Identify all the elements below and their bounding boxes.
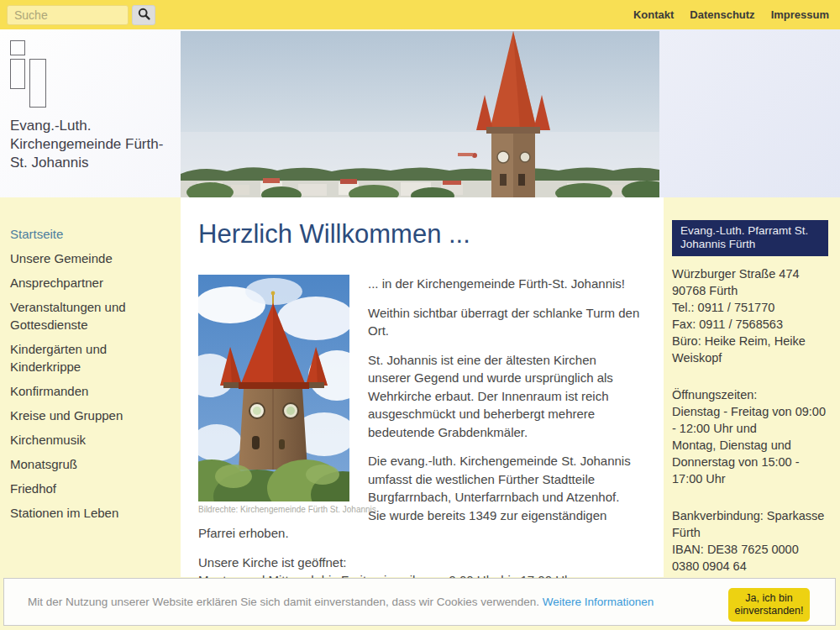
magnifier-icon — [138, 8, 150, 23]
sidebar-nav: Startseite Unsere Gemeinde Ansprechpartn… — [10, 225, 175, 528]
topbar-link-kontakt[interactable]: Kontakt — [633, 8, 674, 21]
cookie-banner: Mit der Nutzung unserer Website erklären… — [3, 578, 836, 626]
header-band: Evang.-Luth. Kirchengemeinde Fürth-St. J… — [0, 29, 840, 197]
nav-item-veranstaltungen[interactable]: Veranstaltungen und Gottesdienste — [10, 298, 175, 333]
cookie-accept-button[interactable]: Ja, ich bin einverstanden! — [728, 588, 810, 622]
cookie-message-text: Mit der Nutzung unserer Website erklären… — [28, 596, 539, 608]
aside-header: Evang.-Luth. Pfarramt St. Johannis Fürth — [672, 220, 828, 256]
topbar-links: Kontakt Datenschutz Impressum — [633, 8, 829, 21]
header-panorama-image — [181, 31, 659, 197]
nav-item-monatsgruss[interactable]: Monatsgruß — [10, 455, 175, 473]
nav-item-friedhof[interactable]: Friedhof — [10, 480, 175, 497]
aside-address: Würzburger Straße 474 90768 Fürth Tel.: … — [672, 265, 828, 366]
nav-item-stationen[interactable]: Stationen im Leben — [10, 504, 175, 522]
nav-item-kirchenmusik[interactable]: Kirchenmusik — [10, 431, 175, 449]
topbar-link-impressum[interactable]: Impressum — [771, 8, 829, 21]
hours-line-2: Montag, Dienstag und Donnerstag von 15:0… — [672, 437, 828, 487]
site-title: Evang.-Luth. Kirchengemeinde Fürth-St. J… — [10, 117, 171, 172]
topbar: Kontakt Datenschutz Impressum — [0, 0, 840, 29]
photo-caption: Bildrechte: Kirchengemeinde Fürth St. Jo… — [198, 505, 349, 515]
address-office: Büro: Heike Reim, Heike Weiskopf — [672, 333, 828, 366]
address-fax: Fax: 0911 / 7568563 — [672, 316, 828, 333]
contact-aside: Evang.-Luth. Pfarramt St. Johannis Fürth… — [672, 220, 828, 591]
main-content: Herzlich Willkommen ... — [181, 197, 664, 577]
nav-item-kindergaerten[interactable]: Kindergärten und Kinderkrippe — [10, 340, 175, 375]
hours-line-1: Dienstag - Freitag von 09:00 - 12:00 Uhr… — [672, 403, 828, 437]
church-tower-illustration — [198, 275, 349, 501]
nav-item-ansprechpartner[interactable]: Ansprechpartner — [10, 274, 175, 291]
address-city: 90768 Fürth — [672, 282, 828, 299]
aside-hours: Öffnungszeiten: Dienstag - Freitag von 0… — [672, 386, 828, 487]
three-rectangles-logo — [10, 40, 57, 108]
article-body: Bildrechte: Kirchengemeinde Fürth St. Jo… — [198, 275, 641, 607]
church-tower-photo: Bildrechte: Kirchengemeinde Fürth St. Jo… — [198, 275, 349, 515]
address-phone: Tel.: 0911 / 751770 — [672, 299, 828, 316]
hours-title: Öffnungszeiten: — [672, 386, 828, 403]
cookie-info-link[interactable]: Weitere Informationen — [543, 596, 654, 608]
nav-item-konfirmanden[interactable]: Konfirmanden — [10, 382, 175, 400]
search-form — [7, 5, 155, 25]
nav-item-kreise-gruppen[interactable]: Kreise und Gruppen — [10, 407, 175, 424]
search-input[interactable] — [7, 5, 129, 25]
search-button[interactable] — [132, 5, 155, 25]
address-street: Würzburger Straße 474 — [672, 265, 828, 282]
page-title: Herzlich Willkommen ... — [198, 217, 641, 252]
bank-name: Bankverbindung: Sparkasse Fürth — [672, 507, 828, 541]
topbar-link-datenschutz[interactable]: Datenschutz — [690, 8, 754, 21]
bank-iban: IBAN: DE38 7625 0000 0380 0904 64 — [672, 541, 828, 575]
nav-item-unsere-gemeinde[interactable]: Unsere Gemeinde — [10, 249, 175, 267]
nav-item-startseite[interactable]: Startseite — [10, 225, 175, 243]
cookie-message: Mit der Nutzung unserer Website erklären… — [28, 596, 654, 608]
